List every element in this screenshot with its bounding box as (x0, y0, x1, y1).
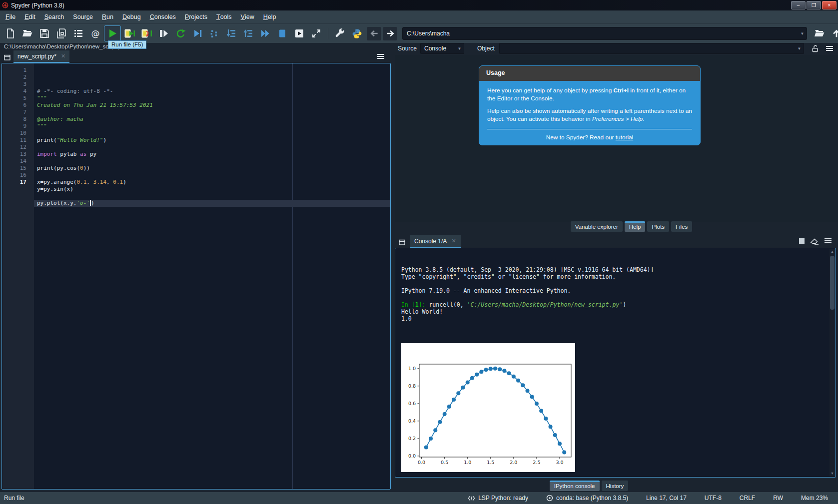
line-number: 16 (2, 172, 26, 179)
step-into-button[interactable] (223, 25, 240, 41)
eraser-icon (810, 237, 819, 245)
maximize-pane-button[interactable] (291, 25, 308, 41)
tab-help[interactable]: Help (625, 221, 646, 232)
open-folder-icon (814, 27, 826, 39)
code-line: """ (34, 123, 390, 130)
rerun-cell-button[interactable] (172, 25, 189, 41)
lsp-status-label: LSP Python: ready (478, 495, 528, 502)
close-tab-icon[interactable]: ✕ (61, 53, 65, 59)
console-scrollbar[interactable]: ▲ ▼ (830, 249, 835, 477)
step-return-button[interactable] (240, 25, 257, 41)
console-line: In [1]: runcell(0, 'C:/Users/macha/Deskt… (401, 301, 836, 308)
editor-options-button[interactable] (377, 53, 385, 60)
console-line (401, 294, 836, 301)
at-symbol-icon: @ (91, 28, 100, 38)
tab-history[interactable]: History (602, 481, 629, 491)
new-file-button[interactable] (2, 25, 19, 41)
code-area[interactable]: # -*- coding: utf-8 -*-"""Created on Thu… (34, 63, 390, 489)
menu-view[interactable]: View (236, 10, 259, 23)
console-options-button[interactable] (824, 237, 832, 244)
source-select[interactable]: Console ▼ (420, 43, 464, 54)
menu-edit[interactable]: Edit (20, 10, 40, 23)
menu-debug[interactable]: Debug (118, 10, 145, 23)
spyder-window: { "window": { "title": "Spyder (Python 3… (0, 0, 838, 504)
scroll-down-icon[interactable]: ▼ (830, 471, 835, 477)
help-options-button[interactable] (826, 45, 834, 52)
save-button[interactable] (36, 25, 53, 41)
menu-file[interactable]: File (1, 10, 20, 23)
lock-button[interactable] (811, 44, 820, 53)
save-icon (38, 27, 50, 39)
menu-search[interactable]: Search (40, 10, 69, 23)
file-switcher-button[interactable] (70, 25, 87, 41)
object-combobox[interactable]: ▼ (499, 43, 804, 54)
menu-projects[interactable]: Projects (180, 10, 212, 23)
editor-tab-bar: new_script.py* ✕ (0, 50, 392, 63)
step-over-button[interactable] (206, 25, 223, 41)
tab-variable-explorer[interactable]: Variable explorer (571, 221, 623, 232)
preferences-button[interactable] (331, 25, 348, 41)
chevron-down-icon[interactable]: ▼ (799, 28, 806, 39)
console-line: Hello World! (401, 308, 836, 315)
hamburger-icon (824, 237, 832, 244)
menu-consoles[interactable]: Consoles (145, 10, 180, 23)
run-cell-button[interactable] (121, 25, 138, 41)
debug-file-button[interactable] (189, 25, 206, 41)
run-selection-icon (157, 27, 169, 39)
chevron-down-icon[interactable]: ▼ (796, 44, 803, 53)
clear-console-button[interactable] (810, 237, 819, 245)
svg-text:1.0: 1.0 (464, 460, 471, 465)
lsp-status: LSP Python: ready (468, 495, 528, 502)
tutorial-link[interactable]: tutorial (616, 134, 633, 141)
ipython-console[interactable]: Python 3.8.5 (default, Sep 3 2020, 21:29… (395, 248, 836, 478)
python-interpreter-button[interactable] (348, 25, 365, 41)
save-all-button[interactable] (53, 25, 70, 41)
menu-tools[interactable]: Tools (212, 10, 236, 23)
parent-directory-button[interactable] (828, 25, 838, 41)
console-tab-label: Console 1/A (414, 238, 447, 245)
tab-new-script[interactable]: new_script.py* ✕ (13, 50, 69, 63)
run-file-button[interactable] (104, 25, 121, 41)
interrupt-kernel-button[interactable] (799, 237, 805, 244)
back-button[interactable] (367, 27, 381, 40)
browse-working-directory-button[interactable] (811, 25, 828, 41)
tab-files[interactable]: Files (671, 221, 692, 232)
browse-tabs-button[interactable] (2, 52, 12, 62)
open-file-button[interactable] (19, 25, 36, 41)
forward-button[interactable] (383, 27, 397, 40)
browse-tabs-button[interactable] (397, 237, 407, 247)
run-cell-advance-button[interactable] (138, 25, 155, 41)
menu-run[interactable]: Run (97, 10, 118, 23)
minimize-button[interactable]: – (791, 1, 806, 9)
menu-help[interactable]: Help (259, 10, 281, 23)
usage-paragraph-2: Help can also be shown automatically aft… (487, 107, 692, 123)
line-number: 2 (2, 74, 26, 81)
continue-button[interactable] (257, 25, 274, 41)
run-selection-button[interactable] (155, 25, 172, 41)
close-tab-icon[interactable]: ✕ (451, 238, 456, 244)
eol-status: CRLF (740, 495, 755, 502)
close-button[interactable]: × (822, 1, 837, 9)
fullscreen-button[interactable] (308, 25, 325, 41)
symbol-finder-button[interactable]: @ (87, 25, 104, 41)
browse-tabs-icon (3, 53, 11, 61)
working-directory-input[interactable]: C:\Users\macha ▼ (402, 27, 807, 40)
scrollbar-thumb[interactable] (830, 256, 835, 310)
lsp-icon (468, 495, 475, 502)
code-line: """ (34, 95, 390, 102)
maximize-button[interactable]: ❐ (807, 1, 821, 9)
hamburger-icon (377, 53, 385, 60)
console-area-tabs: IPython console History (367, 481, 811, 492)
conda-icon (546, 495, 553, 502)
tab-plots[interactable]: Plots (647, 221, 669, 232)
scroll-up-icon[interactable]: ▲ (830, 249, 835, 255)
tab-ipython-console[interactable]: IPython console (550, 481, 600, 491)
menu-source[interactable]: Source (68, 10, 97, 23)
conda-status-label: conda: base (Python 3.8.5) (556, 495, 628, 502)
usage-footer-text: New to Spyder? Read our (546, 134, 616, 141)
code-editor[interactable]: 1234567891011121314151617 # -*- coding: … (1, 63, 391, 490)
code-line: x=py.arange(0.1, 3.14, 0.1) (34, 179, 390, 186)
tab-console-1a[interactable]: Console 1/A ✕ (410, 235, 461, 248)
chevron-down-icon[interactable]: ▼ (456, 44, 463, 53)
stop-button[interactable] (274, 25, 291, 41)
